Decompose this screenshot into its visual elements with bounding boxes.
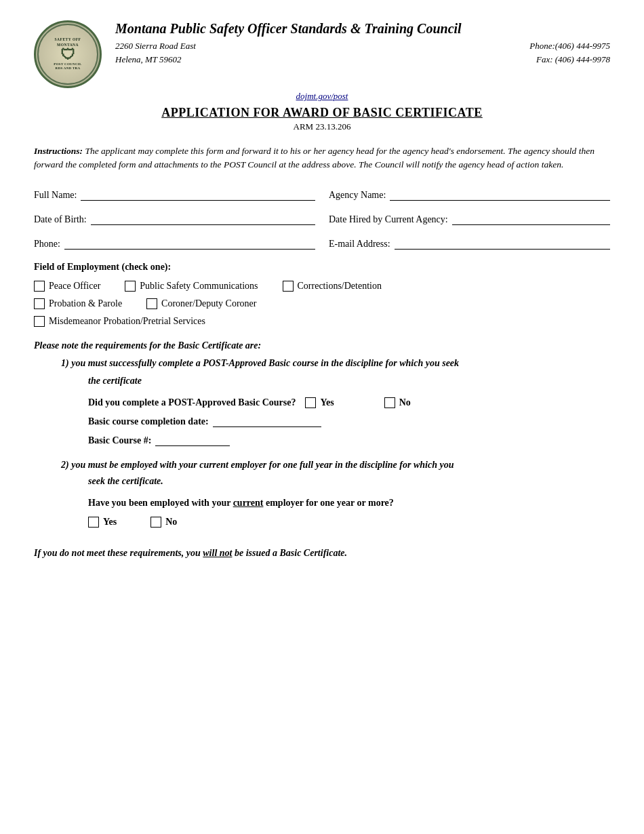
instructions-bold: Instructions: [34,146,83,156]
corrections-checkbox[interactable] [283,281,294,292]
website: dojmt.gov/post [34,91,610,102]
employer-question: Have you been employed with your current… [88,498,610,509]
peace-officer-checkbox[interactable] [34,281,45,292]
probation-parole-checkbox[interactable] [34,298,45,309]
no1-label: No [399,397,411,408]
phone-field: Phone: [34,237,315,250]
row-phone-email: Phone: E-mail Address: [34,237,610,250]
header-text: Montana Public Safety Officer Standards … [115,20,610,66]
full-name-label: Full Name: [34,190,77,201]
email-input[interactable] [395,237,610,250]
employment-row3: Misdemeanor Probation/Pretrial Services [34,316,610,327]
no1-checkbox[interactable] [384,397,395,408]
course-num-input[interactable] [155,434,230,446]
phone-label: Phone: [34,239,60,250]
corrections-label: Corrections/Detention [298,281,382,292]
logo-inner: SAFETY OFFMONTANA 🛡 POST COUNCILRDS AND … [37,24,98,85]
employment-label: Field of Employment (check one): [34,262,610,273]
completion-date-line: Basic course completion date: [88,415,610,427]
footer-note: If you do not meet these requirements, y… [34,548,610,559]
footer-after: be issued a Basic Certificate. [232,548,347,558]
employment-row2: Probation & Parole Coroner/Deputy Corone… [34,298,610,309]
q2-current: current [233,498,264,508]
yes1-group: Yes [305,397,334,408]
yes2-group: Yes [88,517,117,528]
header-details: 2260 Sierra Road East Helena, MT 59602 P… [115,39,610,66]
yes2-checkbox[interactable] [88,517,99,528]
course-num-label: Basic Course #: [88,435,151,446]
agency-name-label: Agency Name: [329,190,386,201]
requirements-section: Please note the requirements for the Bas… [34,340,610,528]
coroner-label: Coroner/Deputy Coroner [161,298,256,309]
q2-after: employer for one year or more? [266,498,394,508]
q2-before: Have you been employed with your [88,498,230,508]
row-dob-hired: Date of Birth: Date Hired by Current Age… [34,213,610,225]
phone-input[interactable] [64,237,315,250]
yes1-checkbox[interactable] [305,397,316,408]
phone: Phone:(406) 444-9975 [363,39,610,53]
q1-block: Did you complete a POST-Approved Basic C… [88,397,610,446]
req1-text: 1) you must successfully complete a POST… [61,358,610,369]
full-name-field: Full Name: [34,188,315,201]
footer-before: If you do not meet these requirements, y… [34,548,203,558]
address-line1: 2260 Sierra Road East [115,39,363,53]
seek-cert-text: seek the certificate. [88,476,610,487]
employment-section: Field of Employment (check one): Peace O… [34,262,610,327]
instructions: Instructions: The applicant may complete… [34,144,610,172]
yes-no-block2: Yes No [88,517,610,528]
checkbox-public-safety: Public Safety Communications [125,281,258,292]
checkbox-corrections: Corrections/Detention [283,281,382,292]
dob-input[interactable] [91,213,315,225]
probation-parole-label: Probation & Parole [49,298,122,309]
header-contact: Phone:(406) 444-9975 Fax: (406) 444-9978 [363,39,610,66]
date-hired-field: Date Hired by Current Agency: [329,213,610,225]
checkbox-coroner: Coroner/Deputy Coroner [146,298,256,309]
no2-label: No [165,517,177,528]
req2-text: 2) you must be employed with your curren… [61,460,610,471]
dob-label: Date of Birth: [34,214,87,225]
logo-container: SAFETY OFFMONTANA 🛡 POST COUNCILRDS AND … [34,20,108,88]
will-not-text: will not [203,548,232,558]
fax: Fax: (406) 444-9978 [363,53,610,66]
q1-label: Did you complete a POST-Approved Basic C… [88,397,296,408]
row-name-agency: Full Name: Agency Name: [34,188,610,201]
dob-field: Date of Birth: [34,213,315,225]
agency-name-input[interactable] [390,188,610,201]
no2-checkbox[interactable] [150,517,161,528]
coroner-checkbox[interactable] [146,298,157,309]
agency-name-field: Agency Name: [329,188,610,201]
completion-date-input[interactable] [213,415,321,427]
public-safety-label: Public Safety Communications [140,281,258,292]
yes1-label: Yes [320,397,334,408]
no2-group: No [150,517,177,528]
public-safety-checkbox[interactable] [125,281,136,292]
org-title: Montana Public Safety Officer Standards … [115,20,610,37]
date-hired-input[interactable] [452,213,610,225]
header-address: 2260 Sierra Road East Helena, MT 59602 [115,39,363,66]
checkbox-probation-parole: Probation & Parole [34,298,122,309]
date-hired-label: Date Hired by Current Agency: [329,214,448,225]
page-header: SAFETY OFFMONTANA 🛡 POST COUNCILRDS AND … [34,20,610,88]
misdemeanor-checkbox[interactable] [34,316,45,327]
logo-text-bottom: POST COUNCILRDS AND TRA [54,62,81,71]
peace-officer-label: Peace Officer [49,281,100,292]
yes2-label: Yes [103,517,117,528]
q1-line: Did you complete a POST-Approved Basic C… [88,397,610,408]
employment-row1: Peace Officer Public Safety Communicatio… [34,281,610,292]
instructions-text: The applicant may complete this form and… [34,146,595,170]
misdemeanor-label: Misdemeanor Probation/Pretrial Services [49,316,205,327]
checkbox-peace-officer: Peace Officer [34,281,100,292]
the-certificate-text: the certificate [88,376,610,386]
completion-date-label: Basic course completion date: [88,416,209,427]
course-num-line: Basic Course #: [88,434,610,446]
logo-shield-icon: 🛡 [60,47,75,62]
note-text: Please note the requirements for the Bas… [34,340,610,351]
email-label: E-mail Address: [329,239,390,250]
checkbox-misdemeanor: Misdemeanor Probation/Pretrial Services [34,316,205,327]
doc-title: APPLICATION FOR AWARD OF BASIC CERTIFICA… [34,106,610,120]
address-line2: Helena, MT 59602 [115,53,363,66]
doc-arm: ARM 23.13.206 [34,121,610,132]
email-field: E-mail Address: [329,237,610,250]
logo-circle: SAFETY OFFMONTANA 🛡 POST COUNCILRDS AND … [34,20,102,88]
full-name-input[interactable] [81,188,315,201]
